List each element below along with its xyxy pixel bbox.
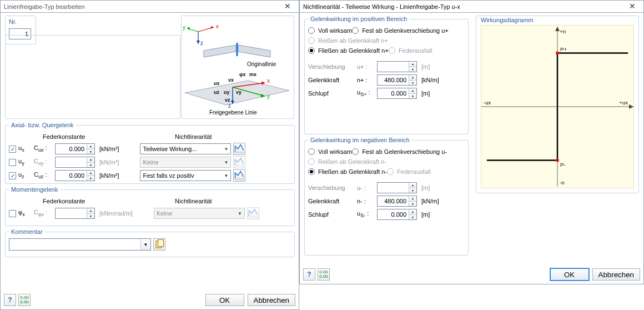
svg-marker-10	[238, 45, 270, 57]
svg-text:φx
          mx: φx mx	[239, 72, 256, 77]
left-button-row: ? 0.000.00 OK Abbrechen	[4, 294, 295, 306]
comment-input[interactable]	[9, 239, 140, 250]
chevron-down-icon: ▼	[238, 211, 242, 216]
negative-legend: Gelenkwirkung im negativen Bereich	[308, 137, 412, 143]
spinner-down[interactable]: ▼	[409, 202, 416, 207]
radio-label: Reißen ab Gelenkkraft n-	[318, 158, 386, 165]
spinner: ▲▼	[377, 182, 417, 193]
close-button-left[interactable]: ✕	[278, 1, 298, 12]
spinner-down[interactable]: ▼	[87, 149, 94, 154]
spinner[interactable]: ▲▼	[377, 88, 417, 99]
param-unit: [m]	[421, 90, 430, 97]
window-nonlinearity: Nichtlinearität - Teilweise Wirkung - Li…	[299, 0, 644, 284]
param-row: Schlupf uS- : ▲▼ [m]	[308, 208, 465, 221]
svg-text:+n: +n	[560, 28, 566, 34]
radio-option[interactable]: Voll wirksam	[308, 26, 352, 36]
spinner-input[interactable]	[378, 88, 409, 98]
spinner-input[interactable]	[378, 196, 409, 206]
cancel-button-left[interactable]: Abbrechen	[248, 294, 295, 306]
radio-label: Voll wirksam	[318, 148, 352, 155]
param-symbol: n+ :	[357, 77, 375, 83]
edit-nonlinearity-button[interactable]	[233, 143, 245, 155]
svg-point-44	[556, 51, 559, 54]
positive-legend: Gelenkwirkung im positiven Bereich	[308, 16, 409, 22]
spinner-up[interactable]: ▲	[409, 196, 416, 202]
spinner-input[interactable]	[56, 144, 87, 154]
radio-label: Fest ab Gelenkverschiebung u-	[362, 148, 447, 155]
help-button[interactable]: ?	[4, 294, 16, 306]
comment-combo[interactable]: ▼	[9, 238, 151, 251]
spinner-up[interactable]: ▲	[409, 75, 416, 81]
ok-button-right[interactable]: OK	[550, 268, 589, 281]
radio-option[interactable]: Fließen ab Gelenkkraft n+	[308, 46, 389, 56]
spinner-up[interactable]: ▲	[409, 209, 416, 215]
nonlinearity-select[interactable]: Teilweise Wirkung...▼	[140, 143, 231, 154]
spinner-up[interactable]: ▲	[87, 171, 94, 176]
radio-label: Federausfall	[397, 168, 431, 175]
spinner-input[interactable]	[378, 75, 409, 85]
units-button[interactable]: 0.000.00	[18, 294, 31, 306]
spinner[interactable]: ▲▼	[55, 143, 95, 154]
nonlinearity-value: Keine	[143, 159, 158, 166]
spring-symbol: Cφx :	[34, 209, 53, 217]
radio-option[interactable]: Fließen ab Gelenkkraft n-	[308, 167, 387, 177]
titlebar-right: Nichtlinearität - Teilweise Wirkung - Li…	[300, 1, 643, 13]
spinner-input[interactable]	[378, 209, 409, 219]
radio-option[interactable]: Fest ab Gelenkverschiebung u+	[352, 26, 449, 36]
cancel-button-right[interactable]: Abbrechen	[592, 268, 640, 281]
spinner-down[interactable]: ▼	[409, 215, 416, 220]
spinner-input	[378, 183, 409, 193]
svg-text:uy: uy	[224, 89, 230, 95]
spring-symbol: Cux :	[34, 144, 53, 153]
nr-label: Nr.	[9, 18, 32, 25]
checkbox[interactable]: ✓	[9, 172, 16, 179]
spinner[interactable]: ▲▼	[377, 196, 417, 207]
ok-button-left[interactable]: OK	[205, 294, 244, 306]
checkbox[interactable]	[9, 210, 16, 217]
nonlinearity-select[interactable]: Fest falls vz positiv▼	[140, 170, 231, 181]
radio-option[interactable]: Voll wirksam	[308, 147, 352, 157]
spinner[interactable]: ▲▼	[377, 209, 417, 220]
spinner-input[interactable]	[56, 171, 87, 181]
spinner: ▲▼	[55, 208, 95, 219]
help-button-right[interactable]: ?	[303, 268, 315, 281]
spinner-up[interactable]: ▲	[87, 144, 94, 149]
col-nl-m: Nichtlinearität	[174, 197, 290, 206]
spinner-down: ▼	[409, 188, 416, 193]
col-nl: Nichtlinearität	[174, 133, 290, 141]
spinner[interactable]: ▲▼	[55, 170, 95, 181]
radio-label: Reißen ab Gelenkkraft n+	[318, 37, 388, 44]
radio-label: Fließen ab Gelenkkraft n-	[318, 168, 387, 175]
nonlinearity-value: Fest falls vz positiv	[143, 172, 194, 179]
spinner-down[interactable]: ▼	[87, 176, 94, 181]
radio-label: Fest ab Gelenkverschiebung u+	[362, 27, 449, 34]
close-button-right[interactable]: ✕	[622, 1, 642, 12]
spinner-down[interactable]: ▼	[409, 81, 416, 86]
svg-text:+ux: +ux	[619, 99, 628, 106]
units-button-right[interactable]: 0.000.00	[318, 268, 330, 281]
comment-paste-button[interactable]	[153, 238, 165, 251]
svg-text:uz: uz	[214, 89, 220, 95]
checkbox[interactable]: ✓	[9, 146, 16, 153]
dof-label: ux	[18, 144, 32, 153]
nonlinearity-select: Keine▼	[154, 208, 245, 219]
param-symbol: u- :	[357, 184, 375, 191]
param-unit: [kN/m]	[421, 198, 439, 204]
edit-nonlinearity-button	[233, 156, 245, 168]
chevron-down-icon[interactable]: ▼	[140, 239, 150, 250]
axial-legend: Axial- bzw. Quergelenk	[9, 122, 76, 128]
checkbox[interactable]	[9, 159, 16, 166]
unit-label: [kNm/rad/m]	[99, 210, 133, 217]
radio-label: Federausfall	[399, 47, 432, 54]
param-name: Gelenkkraft	[308, 198, 355, 204]
spinner[interactable]: ▲▼	[377, 74, 417, 86]
spinner-up: ▲	[87, 157, 94, 163]
spinner-up[interactable]: ▲	[409, 88, 416, 94]
edit-nonlinearity-button[interactable]	[233, 169, 245, 182]
svg-marker-5	[197, 41, 200, 44]
unit-label: [kN/m²]	[99, 146, 119, 152]
negative-fieldset: Gelenkwirkung im negativen Bereich Voll …	[304, 137, 469, 256]
param-row: Verschiebung u- : ▲▼ [m]	[308, 181, 465, 194]
radio-option[interactable]: Fest ab Gelenkverschiebung u-	[352, 147, 447, 157]
spinner-down[interactable]: ▼	[409, 94, 416, 99]
